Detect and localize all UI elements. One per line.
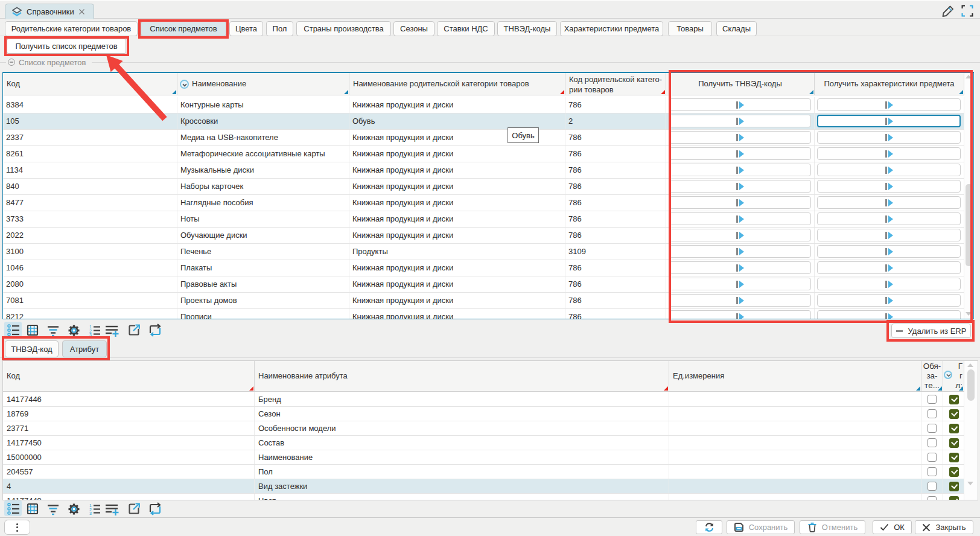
svg-text:3: 3 [89,511,92,515]
